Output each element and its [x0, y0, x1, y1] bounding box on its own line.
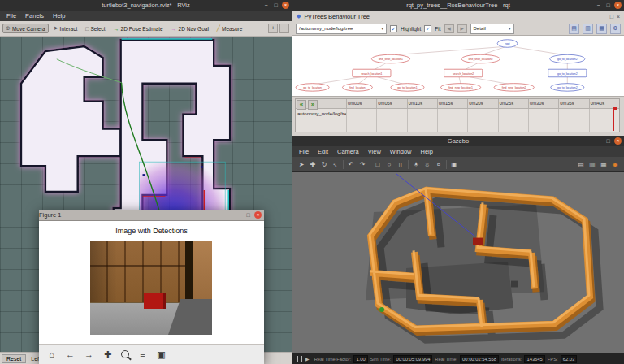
rqt-titlebar[interactable]: rqt_py_trees__RosBehaviourTree - rqt − □…	[292, 0, 624, 11]
point-light-icon[interactable]: ☀	[412, 161, 420, 168]
timeline-cell[interactable]	[346, 109, 376, 132]
next-tree-button[interactable]: ▶	[457, 24, 467, 33]
close-icon[interactable]: ×	[614, 2, 622, 9]
jump-to-end-button[interactable]: »	[308, 100, 318, 110]
sphere-marker[interactable]	[379, 307, 384, 312]
timeline-cell[interactable]	[407, 109, 437, 132]
nav-goal-button[interactable]: → 2D Nav Goal	[168, 24, 212, 33]
add-tool-button[interactable]: +	[268, 24, 278, 33]
menu-help[interactable]: Help	[53, 12, 65, 20]
timeline-table[interactable]: 0m00s 0m05s 0m10s 0m15s 0m20s 0m25s 0m30…	[295, 98, 620, 132]
rviz-titlebar[interactable]: turtlebot3_navigation.rviz* - RViz − □ ×	[0, 0, 292, 11]
tree-node[interactable]: go_to_location2	[551, 84, 584, 92]
minimize-icon[interactable]: −	[235, 211, 242, 219]
save-icon[interactable]: ▥	[583, 24, 593, 34]
translate-icon[interactable]: ✚	[309, 161, 317, 168]
menu-camera[interactable]: Camera	[337, 148, 359, 155]
close-icon[interactable]: ×	[282, 2, 289, 9]
save-icon[interactable]: ▣	[156, 349, 167, 360]
back-icon[interactable]: ←	[65, 349, 76, 359]
timeline-cell[interactable]	[528, 109, 558, 132]
gazebo-3d-viewport[interactable]	[292, 172, 624, 353]
timeline-current-marker[interactable]	[613, 110, 615, 131]
select-icon[interactable]: ➤	[297, 161, 306, 168]
scale-icon[interactable]: ↔	[330, 158, 340, 169]
timeline-cell[interactable]	[376, 109, 406, 132]
settings-icon[interactable]: ⚙	[610, 24, 621, 34]
tree-node[interactable]: go_to_location	[296, 84, 329, 92]
jump-to-start-button[interactable]: «	[297, 100, 306, 110]
screenshot-icon[interactable]: ▣	[450, 161, 458, 168]
menu-view[interactable]: View	[368, 148, 381, 155]
detail-combobox[interactable]: Detail ▾	[470, 24, 514, 34]
menu-file[interactable]: File	[6, 12, 16, 20]
minimize-icon[interactable]: −	[595, 2, 602, 9]
close-icon[interactable]: ×	[254, 211, 262, 219]
tree-node[interactable]: one_shot_location2	[462, 54, 500, 63]
maximize-icon[interactable]: □	[272, 2, 280, 9]
tree-node[interactable]: go_to_location2	[548, 69, 587, 77]
measure-button[interactable]: ╱ Measure	[214, 24, 246, 33]
joint-icon[interactable]: ▤	[577, 161, 585, 168]
menu-file[interactable]: File	[299, 148, 309, 155]
pan-icon[interactable]: ✚	[102, 349, 113, 360]
menu-window[interactable]: Window	[390, 148, 412, 155]
timeline-cell[interactable]	[589, 109, 619, 132]
topic-combobox[interactable]: /autonomy_node/log/tree ▾	[296, 24, 387, 34]
tree-node[interactable]: search_location2	[444, 69, 483, 77]
undo-icon[interactable]: ↶	[347, 161, 355, 168]
timeline-cell[interactable]	[558, 109, 588, 132]
red-box-model[interactable]	[473, 238, 483, 245]
timeline-cell[interactable]	[437, 109, 467, 132]
image-icon[interactable]: ▦	[596, 24, 607, 34]
tree-node[interactable]: go_to_location1	[391, 84, 424, 92]
zoom-icon[interactable]	[121, 350, 129, 358]
pose-estimate-button[interactable]: → 2D Pose Estimate	[110, 24, 167, 33]
menu-help[interactable]: Help	[421, 148, 433, 155]
subplots-icon[interactable]: ≡	[137, 349, 148, 359]
minimize-icon[interactable]: −	[262, 2, 270, 9]
directional-light-icon[interactable]: ¤	[435, 161, 443, 168]
maximize-icon[interactable]: □	[604, 2, 612, 9]
reset-button[interactable]: Reset	[2, 354, 26, 363]
snap-icon[interactable]: ▦	[600, 161, 608, 168]
rotate-icon[interactable]: ↻	[320, 161, 328, 168]
tree-node[interactable]: root	[497, 40, 518, 48]
cylinder-icon[interactable]: ▯	[396, 161, 405, 168]
tree-node[interactable]: go_to_location2	[550, 54, 585, 63]
tree-node[interactable]: search_location1	[353, 69, 391, 77]
home-icon[interactable]: ⌂	[46, 349, 57, 359]
tree-node[interactable]: find_location	[343, 84, 373, 92]
timeline-cell[interactable]	[498, 109, 528, 132]
select-button[interactable]: □ Select	[82, 24, 108, 33]
maximize-icon[interactable]: □	[604, 137, 612, 145]
tree-node[interactable]: one_shot_location1	[371, 54, 410, 63]
align-icon[interactable]: ▥	[588, 161, 596, 168]
step-icon[interactable]: ▶	[306, 356, 310, 362]
minimize-icon[interactable]: −	[595, 137, 602, 145]
behaviour-tree-graph[interactable]: root one_shot_location1 one_shot_locatio…	[292, 35, 624, 97]
gray-box-model[interactable]	[511, 281, 518, 288]
pause-icon[interactable]	[297, 356, 302, 362]
box-icon[interactable]: □	[374, 161, 382, 168]
maximize-icon[interactable]: □	[245, 211, 252, 219]
figure-titlebar[interactable]: Figure 1 − □ ×	[39, 210, 264, 221]
redo-icon[interactable]: ↷	[358, 161, 366, 168]
highlight-checkbox[interactable]: ✓	[390, 25, 397, 32]
menu-panels[interactable]: Panels	[25, 12, 44, 20]
tree-node[interactable]: find_new_location1	[440, 84, 480, 92]
spot-light-icon[interactable]: ☼	[423, 161, 431, 168]
tree-node[interactable]: find_new_location2	[494, 84, 534, 92]
interact-button[interactable]: ➤ Interact	[50, 24, 81, 33]
forward-icon[interactable]: →	[84, 349, 94, 359]
menu-edit[interactable]: Edit	[318, 148, 328, 155]
sphere-icon[interactable]: ○	[385, 161, 393, 168]
prev-tree-button[interactable]: ◀	[444, 24, 454, 33]
fit-checkbox[interactable]: ✓	[424, 25, 431, 32]
gazebo-titlebar[interactable]: Gazebo − □ ×	[292, 136, 624, 146]
remove-tool-button[interactable]: −	[280, 24, 289, 33]
undock-icon[interactable]: □	[610, 14, 613, 20]
move-camera-button[interactable]: ⊕ Move Camera	[2, 24, 49, 33]
open-icon[interactable]: ▤	[569, 24, 579, 34]
close-icon[interactable]: ×	[614, 137, 622, 145]
